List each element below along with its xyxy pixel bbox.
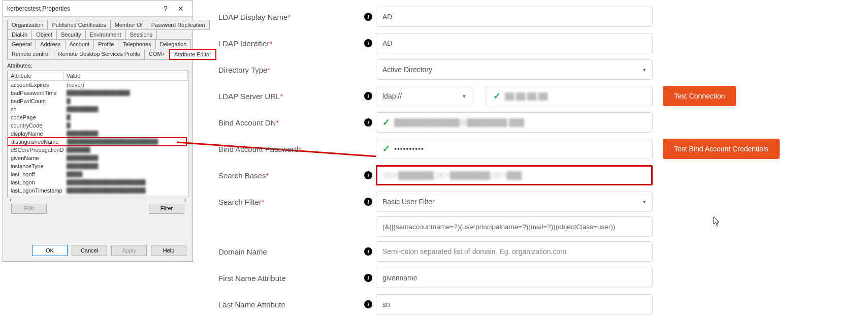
info-icon[interactable]: i — [364, 92, 372, 100]
label-bind-pw: Bind Account Password — [218, 145, 299, 153]
attribute-row[interactable]: lastLogoff████ — [8, 170, 188, 178]
tab-telephones[interactable]: Telephones — [118, 39, 155, 49]
attribute-row[interactable]: countryCode█ — [8, 121, 188, 130]
help-icon[interactable]: ? — [158, 5, 173, 13]
search-bases-input[interactable]: OU=███████,DC=████████,DC=███ — [376, 165, 653, 185]
tab-member-of[interactable]: Member Of — [110, 20, 147, 30]
label-display-name: LDAP Display Name — [218, 13, 287, 21]
info-icon[interactable]: i — [364, 300, 372, 308]
tab-delegation[interactable]: Delegation — [155, 39, 191, 49]
attributes-list[interactable]: Attribute Value accountExpires(never)bad… — [7, 71, 188, 198]
attributes-label: Attributes: — [7, 62, 188, 69]
label-identifier: LDAP Identifier — [218, 39, 270, 48]
titlebar: kerberostest Properties ? ✕ — [3, 1, 192, 17]
col-attribute[interactable]: Attribute — [8, 71, 63, 80]
attribute-row[interactable]: lastLogonTimestamp████████████████████ — [8, 186, 188, 195]
chevron-down-icon: ▾ — [463, 93, 466, 100]
attribute-row[interactable]: cn████████ — [8, 105, 188, 113]
edit-button[interactable]: Edit — [11, 203, 47, 214]
check-icon: ✓ — [382, 143, 390, 154]
attribute-row[interactable]: dSCorePropagationD...██████ — [8, 146, 188, 154]
ldap-config-form: LDAP Display Name* i LDAP Identifier* i … — [208, 5, 858, 316]
chevron-down-icon: ▾ — [643, 67, 646, 73]
tab-password-replication[interactable]: Password Replication — [147, 20, 210, 30]
tab-security[interactable]: Security — [56, 29, 86, 40]
directory-type-select[interactable]: Active Directory ▾ — [376, 59, 653, 80]
info-icon[interactable]: i — [364, 274, 372, 282]
test-bind-button[interactable]: Test Bind Account Credentials — [663, 139, 780, 159]
label-search-bases: Search Bases — [218, 171, 266, 180]
label-search-filter: Search Filter — [218, 198, 262, 206]
cancel-button[interactable]: Cancel — [72, 245, 107, 256]
ldap-display-name-input[interactable] — [376, 7, 653, 27]
tab-object[interactable]: Object — [31, 29, 57, 40]
test-connection-button[interactable]: Test Connection — [663, 86, 736, 106]
tab-address[interactable]: Address — [36, 39, 65, 49]
apply-button[interactable]: Apply — [111, 245, 147, 256]
attribute-row[interactable]: badPasswordTime████████████████ — [8, 89, 188, 97]
check-icon: ✓ — [382, 117, 390, 128]
tab-com-[interactable]: COM+ — [144, 49, 170, 60]
tab-account[interactable]: Account — [65, 39, 94, 49]
tab-organization[interactable]: Organization — [7, 20, 48, 30]
url-host-input[interactable]: ✓ ██.██.██.██ — [487, 86, 653, 106]
tab-attribute-editor[interactable]: Attribute Editor — [169, 49, 216, 60]
properties-dialog: kerberostest Properties ? ✕ Organization… — [3, 0, 193, 262]
first-name-attr-input[interactable] — [376, 268, 653, 288]
label-bind-dn: Bind Account DN — [218, 118, 276, 127]
attribute-row[interactable]: displayName████████ — [8, 130, 188, 138]
col-value[interactable]: Value — [63, 71, 188, 80]
url-scheme-select[interactable]: ldap:// ▾ — [376, 86, 472, 106]
filter-string-display: (&(|(samaccountname=?)(userprincipalname… — [376, 216, 653, 237]
window-title: kerberostest Properties — [7, 5, 158, 12]
filter-button[interactable]: Filter — [149, 203, 184, 214]
ldap-identifier-input[interactable] — [376, 33, 653, 53]
label-directory-type: Directory Type — [218, 66, 267, 74]
info-icon[interactable]: i — [364, 247, 372, 256]
attribute-row[interactable]: instanceType████████ — [8, 162, 188, 170]
attribute-row[interactable]: codePage█ — [8, 113, 188, 121]
tab-profile[interactable]: Profile — [93, 39, 118, 49]
info-icon[interactable]: i — [364, 198, 372, 206]
help-button[interactable]: Help — [151, 245, 186, 256]
tab-general[interactable]: General — [7, 39, 36, 49]
search-filter-select[interactable]: Basic User Filter ▾ — [376, 192, 653, 212]
label-first-name: First Name Attribute — [218, 274, 286, 282]
tab-sessions[interactable]: Sessions — [125, 29, 157, 40]
info-icon[interactable]: i — [364, 171, 372, 179]
bind-password-input[interactable]: ✓ •••••••••• — [376, 139, 653, 159]
domain-name-input[interactable] — [376, 241, 653, 262]
label-last-name: Last Name Attribute — [218, 300, 285, 309]
close-icon[interactable]: ✕ — [173, 5, 188, 13]
attribute-row[interactable]: givenName████████ — [8, 154, 188, 162]
bind-dn-input[interactable]: ✓ █████████████@████████.███ — [376, 112, 653, 133]
check-icon: ✓ — [493, 90, 501, 102]
attribute-row[interactable]: accountExpires(never) — [8, 81, 188, 89]
attribute-row[interactable]: distinguishedName███████████████████████ — [8, 137, 187, 146]
tab-remote-control[interactable]: Remote control — [7, 49, 54, 60]
info-icon[interactable]: i — [364, 39, 372, 47]
tab-dial-in[interactable]: Dial-in — [7, 29, 32, 40]
ok-button[interactable]: OK — [32, 245, 68, 256]
tab-published-certificates[interactable]: Published Certificates — [47, 20, 110, 30]
tab-environment[interactable]: Environment — [85, 29, 126, 40]
tab-remote-desktop-services-profile[interactable]: Remote Desktop Services Profile — [54, 49, 145, 60]
chevron-down-icon: ▾ — [643, 199, 646, 205]
last-name-attr-input[interactable] — [376, 294, 653, 314]
attribute-row[interactable]: badPwdCount█ — [8, 97, 188, 105]
info-icon[interactable]: i — [364, 118, 372, 127]
info-icon[interactable]: i — [364, 13, 372, 21]
label-domain-name: Domain Name — [218, 247, 267, 256]
label-server-url: LDAP Server URL — [218, 92, 280, 101]
attribute-row[interactable]: lastLogon████████████████████ — [8, 178, 188, 186]
